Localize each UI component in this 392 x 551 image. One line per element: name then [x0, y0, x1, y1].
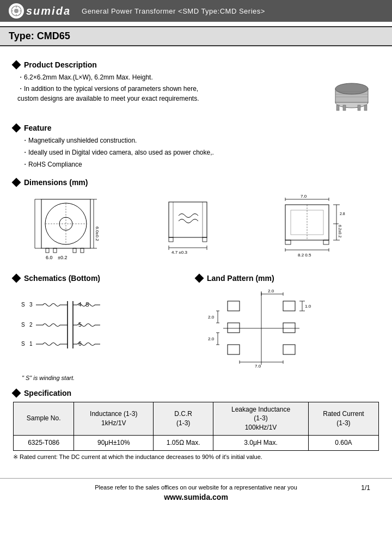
- main-content: Product Description 6.2×6.2mm Max.(L×W),…: [0, 51, 392, 467]
- svg-text:4.7 ±0.3: 4.7 ±0.3: [171, 250, 187, 255]
- svg-point-1: [14, 9, 19, 13]
- svg-rect-10: [343, 105, 346, 111]
- svg-text:6.0±0.2: 6.0±0.2: [95, 226, 100, 241]
- feature-list: Magnetically unshielded construction. Id…: [22, 136, 379, 170]
- specification-heading: Specification: [13, 389, 379, 397]
- svg-rect-81: [283, 345, 295, 354]
- dimension-right-view: 7.0 6.2±0.2 2.8 8.2 0.5: [269, 191, 362, 262]
- product-description-text: 6.2×6.2mm Max.(L×W), 6.2mm Max. Height. …: [13, 72, 319, 105]
- list-item: RoHS Compliance: [22, 160, 379, 170]
- list-item: 6.2×6.2mm Max.(L×W), 6.2mm Max. Height.: [17, 72, 319, 82]
- dimensions-heading: Dimensions (mm): [13, 178, 379, 187]
- logo-container: sumida: [9, 3, 71, 19]
- cell-sample-no: 6325-T086: [14, 435, 74, 450]
- schematics-land-pattern-row: Schematics (Bottom) 3 2 1 S S S: [13, 266, 379, 381]
- svg-rect-77: [228, 323, 240, 333]
- svg-rect-25: [53, 248, 57, 253]
- svg-text:1: 1: [29, 341, 33, 347]
- diamond-icon: [12, 273, 21, 283]
- col-sample: Sample No.: [14, 402, 74, 435]
- svg-text:2: 2: [29, 322, 33, 328]
- type-label: Type: CMD65: [9, 30, 383, 42]
- svg-text:7.0: 7.0: [301, 194, 307, 199]
- logo-symbol: [9, 3, 24, 19]
- diamond-icon: [12, 177, 21, 187]
- specification-table: Sample No. Inductance (1-3)1kHz/1V D.C.R…: [13, 402, 379, 451]
- cell-rated-current: 0.60A: [308, 435, 378, 450]
- page-footer: Please refer to the sales offices on our…: [0, 478, 392, 505]
- schematic-diagram: 3 2 1 S S S: [13, 286, 144, 370]
- svg-text:S: S: [21, 322, 25, 328]
- diamond-icon: [12, 388, 21, 397]
- type-banner: Type: CMD65: [0, 26, 392, 46]
- svg-text:6.0: 6.0: [46, 255, 53, 260]
- svg-text:S: S: [21, 341, 25, 347]
- svg-text:3: 3: [29, 302, 33, 308]
- product-description-row: 6.2×6.2mm Max.(L×W), 6.2mm Max. Height. …: [13, 72, 379, 116]
- table-header-row: Sample No. Inductance (1-3)1kHz/1V D.C.R…: [14, 402, 379, 435]
- feature-heading: Feature: [13, 124, 379, 132]
- svg-rect-26: [73, 248, 76, 253]
- col-dcr: D.C.R(1-3): [154, 402, 213, 435]
- svg-rect-35: [169, 237, 173, 242]
- footer-note: Please refer to the sales offices on our…: [95, 484, 297, 491]
- header-title: General Power Transformer <SMD Type:CMD …: [82, 7, 265, 15]
- diamond-icon: [12, 60, 21, 70]
- svg-rect-78: [228, 345, 240, 354]
- table-row: 6325-T086 90μH±10% 1.05Ω Max. 3.0μH Max.…: [14, 435, 379, 450]
- dimensions-diagrams: 6.0 ±0.2 6.0±0.2 4.7 ±0.3: [13, 191, 379, 262]
- svg-rect-45: [323, 240, 329, 244]
- svg-text:8.2  0.5: 8.2 0.5: [298, 253, 311, 258]
- svg-rect-11: [358, 105, 360, 111]
- footer-website: www.sumida.com: [164, 493, 228, 501]
- page-number: 1/1: [361, 484, 370, 492]
- component-image: [324, 72, 379, 116]
- svg-text:2.0: 2.0: [208, 315, 215, 320]
- diamond-icon: [12, 124, 21, 133]
- svg-text:2.0: 2.0: [268, 289, 274, 293]
- svg-text:1.0: 1.0: [305, 304, 311, 309]
- cell-inductance: 90μH±10%: [74, 435, 154, 450]
- svg-text:2.8: 2.8: [340, 212, 345, 216]
- svg-rect-24: [46, 248, 49, 253]
- svg-point-8: [335, 83, 368, 94]
- specification-note: ※ Rated current: The DC current at which…: [13, 454, 379, 461]
- col-rated: Rated Current(1-3): [308, 402, 378, 435]
- logo-text: sumida: [26, 5, 71, 17]
- svg-rect-36: [203, 237, 207, 242]
- land-pattern-diagram: 2.0 2.0 2.0 1.0 7.0: [196, 286, 327, 370]
- dimension-side-view: 4.7 ±0.3: [158, 191, 229, 262]
- svg-text:2.0: 2.0: [208, 336, 215, 341]
- svg-rect-34: [169, 202, 207, 237]
- svg-rect-27: [81, 248, 84, 253]
- schematics-heading: Schematics (Bottom): [13, 274, 196, 283]
- svg-rect-79: [283, 301, 295, 311]
- list-item: Ideally used in Digital video camera, al…: [22, 148, 379, 158]
- land-pattern-section: Land Pattern (mm) 2.0: [196, 266, 379, 381]
- winding-note: " S" is winding start.: [22, 375, 196, 381]
- list-item: In addition to the typical versions of p…: [17, 84, 319, 103]
- footer-inner: Please refer to the sales offices on our…: [9, 484, 383, 501]
- svg-rect-80: [283, 323, 295, 333]
- diamond-icon: [195, 273, 204, 283]
- page-header: sumida General Power Transformer <SMD Ty…: [0, 0, 392, 22]
- svg-text:S: S: [21, 302, 25, 308]
- cell-leakage: 3.0μH Max.: [213, 435, 309, 450]
- product-description-list: 6.2×6.2mm Max.(L×W), 6.2mm Max. Height. …: [17, 72, 319, 103]
- svg-rect-44: [285, 240, 291, 244]
- svg-rect-9: [336, 105, 339, 111]
- svg-text:±0.2: ±0.2: [58, 255, 67, 260]
- svg-rect-12: [364, 105, 367, 111]
- svg-text:7.0: 7.0: [255, 364, 261, 369]
- svg-text:6.2±0.2: 6.2±0.2: [338, 225, 342, 237]
- product-description-heading: Product Description: [13, 60, 379, 69]
- col-leakage: Leakage Inductance(1-3)100kHz/1V: [213, 402, 309, 435]
- svg-rect-76: [228, 301, 240, 311]
- dimension-front-view: 6.0 ±0.2 6.0±0.2: [30, 191, 118, 262]
- schematics-section: Schematics (Bottom) 3 2 1 S S S: [13, 266, 196, 381]
- col-inductance: Inductance (1-3)1kHz/1V: [74, 402, 154, 435]
- cell-dcr: 1.05Ω Max.: [154, 435, 213, 450]
- land-pattern-heading: Land Pattern (mm): [196, 274, 379, 283]
- list-item: Magnetically unshielded construction.: [22, 136, 379, 146]
